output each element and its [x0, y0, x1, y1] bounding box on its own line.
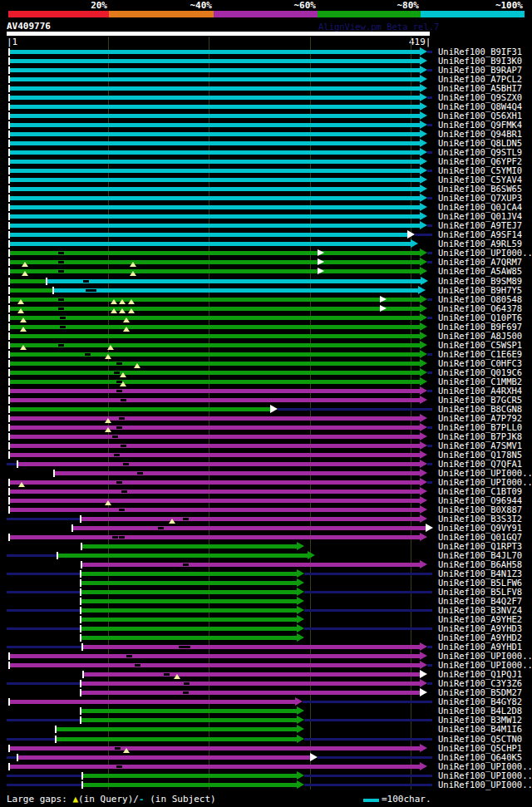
- arrowhead-icon: [297, 706, 304, 715]
- alignment-bar[interactable]: [7, 405, 432, 414]
- segment-start-tick: [71, 524, 73, 532]
- alignment-bar[interactable]: [7, 341, 432, 350]
- alignment-bar[interactable]: [7, 469, 432, 478]
- alignment-bar[interactable]: [7, 396, 432, 405]
- alignment-bar[interactable]: [7, 688, 432, 697]
- alignment-bar[interactable]: [7, 560, 432, 569]
- alignment-bar[interactable]: [7, 414, 432, 423]
- alignment-bar[interactable]: [7, 175, 432, 185]
- row-label[interactable]: UniRef100_A5AW85: [438, 267, 522, 276]
- alignment-bar[interactable]: [7, 111, 432, 121]
- arrowhead-icon: [420, 414, 427, 422]
- arrowhead-icon: [310, 753, 318, 761]
- subject-flank-line: [7, 756, 17, 759]
- alignment-bar[interactable]: [7, 157, 432, 166]
- alignment-bar[interactable]: [7, 166, 432, 175]
- alignment-bar[interactable]: [7, 753, 432, 762]
- alignment-bar[interactable]: [7, 505, 432, 514]
- alignment-bar[interactable]: [7, 267, 432, 276]
- alignment-bar[interactable]: [7, 304, 432, 313]
- alignment-bar[interactable]: [7, 286, 432, 295]
- alignment-bar[interactable]: [7, 578, 432, 588]
- alignment-bar[interactable]: [7, 780, 432, 790]
- alignment-bar[interactable]: [7, 102, 432, 111]
- hsp-segment: [82, 544, 297, 549]
- subject-flank-line: [427, 353, 432, 356]
- alignment-bar[interactable]: [7, 322, 432, 332]
- alignment-bar[interactable]: [7, 706, 432, 716]
- alignment-bar[interactable]: [7, 670, 432, 679]
- alignment-bar[interactable]: [7, 606, 432, 615]
- alignment-bar[interactable]: [7, 221, 432, 230]
- subject-flank-line: [427, 390, 432, 392]
- alignment-bar[interactable]: [7, 66, 432, 75]
- alignment-bar[interactable]: [7, 332, 432, 341]
- alignment-bar[interactable]: [7, 679, 432, 688]
- alignment-bar[interactable]: [7, 569, 432, 578]
- segment-start-tick: [55, 726, 57, 733]
- alignment-bar[interactable]: [7, 84, 432, 93]
- alignment-bar[interactable]: [7, 514, 432, 524]
- alignment-bar[interactable]: [7, 212, 432, 221]
- alignment-bar[interactable]: [7, 744, 432, 753]
- alignment-bar[interactable]: [7, 386, 432, 396]
- alignment-bar[interactable]: [7, 735, 432, 744]
- alignment-bar[interactable]: [7, 624, 432, 633]
- alignment-bar[interactable]: [7, 478, 432, 487]
- hsp-segment: [81, 599, 297, 603]
- alignment-bar[interactable]: [7, 423, 432, 432]
- alignment-bar[interactable]: [7, 75, 432, 84]
- alignment-bar[interactable]: [7, 697, 432, 706]
- alignment-bar[interactable]: [7, 716, 432, 725]
- alignment-bar[interactable]: [7, 93, 432, 102]
- alignment-bar[interactable]: [7, 148, 432, 157]
- subject-flank-line: [7, 591, 80, 593]
- alignment-bar[interactable]: [7, 230, 432, 239]
- alignment-bar[interactable]: [7, 496, 432, 505]
- segment-start-tick: [8, 94, 10, 101]
- alignment-bar[interactable]: [7, 185, 432, 194]
- alignment-bar[interactable]: [7, 258, 432, 267]
- alignment-bar[interactable]: [7, 377, 432, 386]
- alignment-bar[interactable]: [7, 450, 432, 460]
- alignment-bar[interactable]: [7, 121, 432, 130]
- alignment-bar[interactable]: [7, 597, 432, 606]
- alignment-bar[interactable]: [7, 295, 432, 304]
- alignment-bar[interactable]: [7, 642, 432, 652]
- alignment-bar[interactable]: [7, 725, 432, 734]
- alignment-bar[interactable]: [7, 368, 432, 377]
- row-label[interactable]: UniRef100_UPI000..: [438, 780, 532, 790]
- row-label[interactable]: UniRef100_B4M1I6: [438, 725, 522, 734]
- alignment-bar[interactable]: [7, 487, 432, 496]
- alignment-bar[interactable]: [7, 441, 432, 450]
- alignment-bar[interactable]: [7, 359, 432, 368]
- alignment-bar[interactable]: [7, 551, 432, 560]
- alignment-bar[interactable]: [7, 661, 432, 670]
- segment-start-tick: [8, 351, 10, 358]
- alignment-bar[interactable]: [7, 139, 432, 148]
- alignment-bar[interactable]: [7, 615, 432, 624]
- alignment-bar[interactable]: [7, 524, 432, 533]
- alignment-bar[interactable]: [7, 203, 432, 212]
- hsp-segment: [81, 627, 297, 631]
- alignment-bar[interactable]: [7, 633, 432, 642]
- alignment-bar[interactable]: [7, 542, 432, 551]
- alignment-bar[interactable]: [7, 350, 432, 359]
- alignment-bar[interactable]: [7, 194, 432, 203]
- alignment-bar[interactable]: [7, 47, 432, 57]
- subject-flank-line: [304, 573, 432, 575]
- alignment-bar[interactable]: [7, 771, 432, 780]
- alignment-bar[interactable]: [7, 239, 432, 248]
- alignment-bar[interactable]: [7, 460, 432, 469]
- alignment-bar[interactable]: [7, 762, 432, 771]
- alignment-bar[interactable]: [7, 313, 432, 322]
- alignment-bar[interactable]: [7, 57, 432, 66]
- alignment-bar[interactable]: [7, 277, 432, 286]
- alignment-bar[interactable]: [7, 588, 432, 597]
- alignment-bar[interactable]: [7, 248, 432, 258]
- alignment-bar[interactable]: [7, 130, 432, 139]
- alignment-bar[interactable]: [7, 432, 432, 441]
- arrowhead-icon: [420, 450, 427, 459]
- alignment-bar[interactable]: [7, 533, 432, 542]
- alignment-bar[interactable]: [7, 652, 432, 661]
